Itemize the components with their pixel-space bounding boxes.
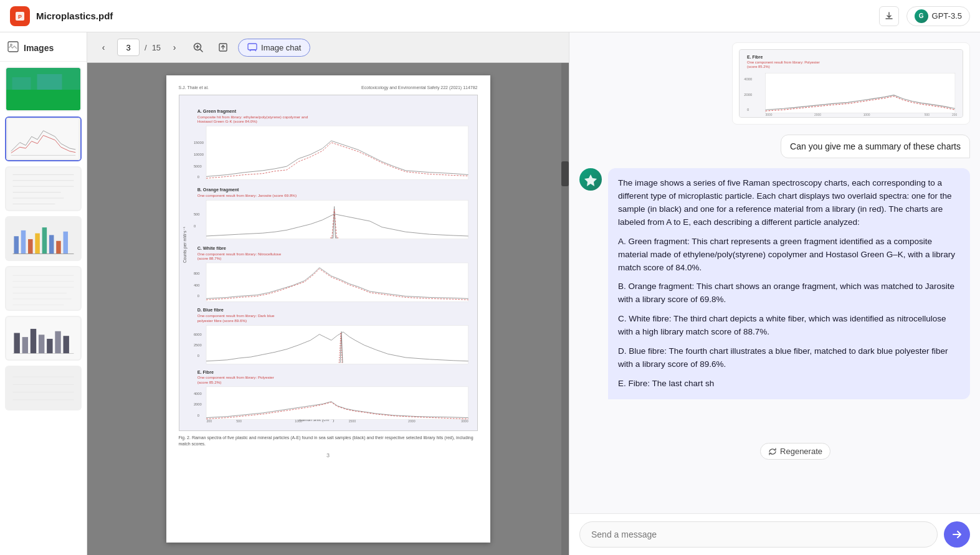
svg-rect-27 [8,268,78,308]
gpt-badge[interactable]: G GPT-3.5 [906,6,970,26]
svg-rect-37 [31,329,36,354]
titlebar-right: G GPT-3.5 [879,6,970,26]
svg-text:E. Fibre: E. Fibre [197,370,213,375]
svg-text:200: 200 [206,419,212,423]
thumbnail-2[interactable] [5,116,82,161]
svg-text:3000: 3000 [460,419,468,423]
svg-rect-21 [35,234,40,254]
svg-text:2000: 2000 [744,93,753,97]
svg-text:One component result from libr: One component result from library: Nitro… [197,252,281,256]
svg-text:E. Fibre: E. Fibre [747,55,763,59]
svg-text:Hostasol Green G-K (score 84.0: Hostasol Green G-K (score 84.0%) [197,119,257,123]
svg-rect-20 [28,239,33,254]
svg-text:0: 0 [197,414,199,417]
thumbnail-1[interactable] [5,67,82,111]
regenerate-label: Regenerate [780,447,822,456]
pdf-scrollbar[interactable] [561,63,569,555]
thumbnail-7[interactable] [5,366,82,410]
svg-rect-18 [14,236,19,254]
titlebar-left: P Microplastics.pdf [10,6,113,26]
raman-charts-area: Counts per mW·s⁻¹ Raman shift (cm⁻¹) A. … [179,95,478,431]
svg-rect-39 [47,339,52,354]
svg-text:500: 500 [193,212,199,216]
fig-caption: Fig. 2. Raman spectra of five plastic an… [179,435,478,447]
zoom-in-button[interactable] [188,37,208,57]
chart-snippet-image: E. Fibre One component result from libra… [739,49,963,118]
thumbnail-4[interactable] [5,216,82,261]
svg-rect-40 [55,331,60,354]
svg-rect-25 [64,232,69,254]
svg-rect-69 [206,201,469,239]
ai-response-d: D. Blue fibre: The fourth chart illustra… [618,345,960,371]
svg-text:4000: 4000 [744,77,753,81]
thumbnail-6[interactable] [5,316,82,361]
svg-rect-19 [21,230,26,254]
user-bubble: Can you give me a summary of these chart… [781,135,970,158]
svg-text:A. Green fragment: A. Green fragment [197,109,236,114]
chat-input[interactable] [579,521,938,548]
svg-point-3 [10,44,12,46]
svg-rect-5 [6,90,80,110]
svg-text:800: 800 [193,272,199,275]
svg-text:400: 400 [193,283,199,287]
svg-rect-23 [49,235,54,254]
sidebar-title: Images [24,43,54,53]
image-chat-label: Image chat [261,43,301,52]
thumbnail-3[interactable] [5,166,82,211]
svg-rect-43 [8,368,78,408]
export-button[interactable] [213,37,233,57]
svg-text:0: 0 [193,224,195,228]
pdf-header-left: S.J. Thale et al. [179,85,209,90]
svg-text:500: 500 [236,419,242,423]
send-button[interactable] [944,521,970,548]
pdf-content: S.J. Thale et al. Ecotoxicology and Envi… [87,63,569,555]
image-chat-button[interactable]: Image chat [238,39,310,57]
svg-text:(score 88.7%): (score 88.7%) [197,256,221,260]
page-number-input[interactable] [117,39,140,56]
sidebar: Images [0,32,87,555]
chat-input-area [569,513,980,555]
gpt-label: GPT-3.5 [932,11,962,21]
pdf-header-right: Ecotoxicology and Environmental Safety 2… [361,85,477,90]
pdf-page: S.J. Thale et al. Ecotoxicology and Envi… [166,75,490,543]
svg-rect-41 [64,336,69,353]
pdf-scrollbar-thumb[interactable] [561,161,569,186]
prev-page-button[interactable]: ‹ [95,39,112,56]
svg-text:500: 500 [925,113,930,116]
user-message: Can you give me a summary of these chart… [781,135,970,158]
svg-text:0: 0 [197,354,199,358]
svg-rect-22 [42,227,47,254]
regenerate-button[interactable]: Regenerate [760,443,830,460]
svg-text:One component result from libr: One component result from library: Dark … [197,313,274,318]
svg-line-49 [201,50,203,52]
svg-text:1000: 1000 [295,419,302,423]
svg-text:1000: 1000 [863,113,870,116]
ai-response-e: E. Fibre: The last chart sh [618,377,960,391]
svg-text:200: 200 [952,113,957,116]
pdf-page-number: 3 [179,452,478,458]
pdf-page-header: S.J. Thale et al. Ecotoxicology and Envi… [179,85,478,90]
sidebar-images [0,62,87,555]
svg-rect-103 [766,73,955,113]
svg-rect-6 [12,77,31,90]
chart-snippet: E. Fibre One component result from libra… [732,42,970,125]
svg-text:0: 0 [747,108,749,111]
svg-text:polyester fibre (score 89.6%): polyester fibre (score 89.6%) [197,318,246,323]
svg-text:3000: 3000 [766,113,773,116]
svg-text:(score 85.2%): (score 85.2%) [747,65,770,69]
svg-text:0: 0 [197,175,199,179]
ai-message: The image shows a series of five Raman s… [579,168,970,399]
chat-panel: E. Fibre One component result from libra… [569,32,980,555]
svg-text:2000: 2000 [193,402,201,406]
svg-text:2500: 2500 [193,343,201,347]
main-layout: Images [0,32,980,555]
thumbnail-5[interactable] [5,266,82,311]
app-icon: P [10,6,30,26]
pdf-toolbar: ‹ / 15 › Image chat [87,32,569,63]
download-button[interactable] [879,6,899,26]
svg-text:2000: 2000 [407,419,415,423]
svg-text:B. Orange fragment: B. Orange fragment [197,187,239,192]
images-icon [7,41,19,55]
svg-rect-83 [206,325,469,364]
next-page-button[interactable]: › [166,39,183,56]
